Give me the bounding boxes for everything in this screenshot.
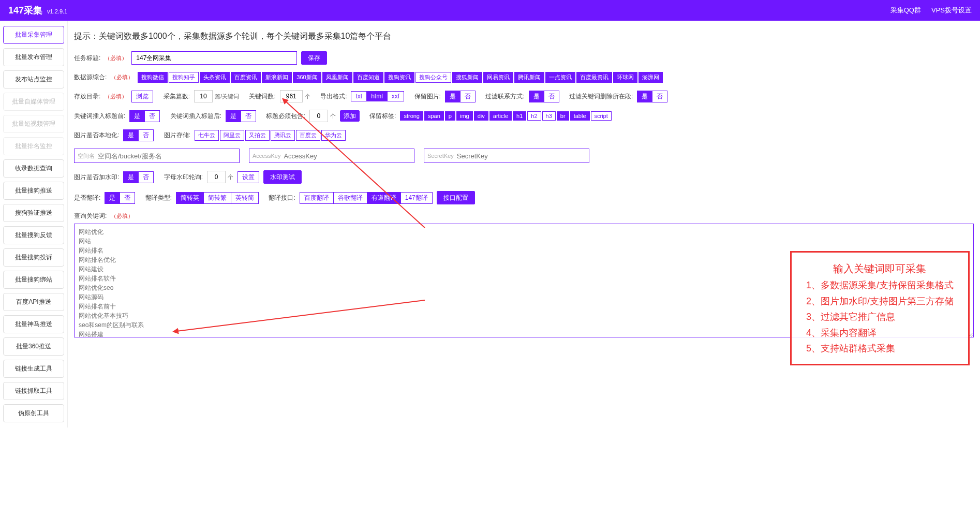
translate-no[interactable]: 否: [120, 192, 135, 204]
watermark-no[interactable]: 否: [139, 171, 154, 183]
keep-tag[interactable]: h1: [513, 111, 526, 121]
keep-tag[interactable]: h2: [527, 111, 541, 121]
required-mark: （必填）: [111, 73, 133, 81]
keep-img-yes[interactable]: 是: [445, 91, 461, 102]
filter-kw-para-yes[interactable]: 是: [637, 91, 652, 102]
trans-type-choice[interactable]: 英转简: [231, 192, 259, 204]
filter-kw-para-no[interactable]: 否: [652, 91, 667, 102]
img-store-tag[interactable]: 腾讯云: [271, 130, 295, 141]
sidebar-item[interactable]: 批量搜狗绑站: [3, 271, 64, 289]
source-tag[interactable]: 腾讯新闻: [514, 72, 544, 83]
source-tag[interactable]: 搜狗公众号: [415, 72, 451, 83]
img-local-no[interactable]: 否: [139, 129, 154, 141]
keep-tag[interactable]: article: [489, 111, 512, 121]
keep-tag[interactable]: p: [445, 111, 455, 121]
sidebar-item[interactable]: 伪原创工具: [3, 404, 64, 422]
kw-after-no[interactable]: 否: [241, 110, 256, 122]
sidebar-item[interactable]: 收录数据查询: [3, 159, 64, 178]
kw-after-yes[interactable]: 是: [226, 110, 241, 122]
source-tag[interactable]: 网易资讯: [483, 72, 513, 83]
img-store-tag[interactable]: 又拍云: [245, 130, 270, 141]
keep-tag[interactable]: h3: [542, 111, 556, 121]
sidebar-item[interactable]: 批量采集管理: [3, 26, 64, 44]
brand-name: 147采集: [8, 5, 42, 16]
source-tag[interactable]: 头条资讯: [200, 72, 230, 83]
translate-yes[interactable]: 是: [105, 192, 120, 204]
accesskey-input[interactable]: [284, 149, 411, 163]
title-must-input[interactable]: [309, 110, 328, 122]
space-input[interactable]: [98, 149, 236, 163]
source-tag[interactable]: 360新闻: [293, 72, 321, 83]
keep-tag[interactable]: span: [424, 111, 444, 121]
topbar-link[interactable]: 采集QQ群: [890, 6, 921, 15]
keep-tag[interactable]: div: [474, 111, 488, 121]
export-fmt-choice[interactable]: html: [367, 91, 388, 101]
kw-before-no[interactable]: 否: [145, 110, 160, 122]
sidebar-item[interactable]: 链接抓取工具: [3, 382, 64, 400]
source-tag[interactable]: 一点资讯: [545, 72, 575, 83]
img-local-yes[interactable]: 是: [123, 129, 139, 141]
keep-tag[interactable]: img: [456, 111, 473, 121]
keep-tag[interactable]: table: [570, 111, 590, 121]
trans-api-choice[interactable]: 百度翻译: [300, 192, 334, 204]
alpha-set-button[interactable]: 设置: [237, 171, 259, 183]
img-store-tag[interactable]: 七牛云: [195, 130, 219, 141]
browse-button[interactable]: 浏览: [131, 91, 153, 102]
sidebar-item[interactable]: 批量神马推送: [3, 315, 64, 333]
sidebar-item[interactable]: 批量搜狗推送: [3, 182, 64, 200]
filter-contact-yes[interactable]: 是: [529, 91, 544, 102]
keep-tag[interactable]: script: [591, 111, 612, 121]
sidebar: 批量采集管理批量发布管理发布站点监控批量自媒体管理批量短视频管理批量排名监控收录…: [0, 21, 67, 427]
source-tag[interactable]: 凤凰新闻: [322, 72, 352, 83]
source-tag[interactable]: 环球网: [613, 72, 637, 83]
source-tag[interactable]: 搜狗资讯: [384, 72, 414, 83]
trans-api-choice[interactable]: 147翻译: [401, 192, 433, 204]
keep-tag[interactable]: br: [557, 111, 569, 121]
topbar-link[interactable]: VPS拨号设置: [931, 6, 972, 15]
trans-type-choice[interactable]: 简转英: [176, 192, 204, 204]
alpha-round-input[interactable]: [207, 171, 226, 183]
source-tag[interactable]: 搜狗微信: [138, 72, 168, 83]
save-button[interactable]: 保存: [301, 51, 327, 65]
sidebar-item[interactable]: 发布站点监控: [3, 70, 64, 89]
keep-tag[interactable]: strong: [400, 111, 423, 121]
img-store-tag[interactable]: 华为云: [321, 130, 346, 141]
filter-contact-no[interactable]: 否: [544, 91, 559, 102]
export-fmt-choice[interactable]: xxf: [388, 91, 404, 101]
img-store-group: 七牛云阿里云又拍云腾讯云百度云华为云: [195, 130, 346, 141]
task-title-input[interactable]: [131, 51, 297, 65]
sidebar-item[interactable]: 批量搜狗反馈: [3, 226, 64, 244]
source-tag[interactable]: 新浪新闻: [262, 72, 292, 83]
trans-api-choice[interactable]: 有道翻译: [367, 192, 401, 204]
sidebar-item[interactable]: 批量发布管理: [3, 48, 64, 66]
secretkey-input[interactable]: [457, 149, 586, 163]
api-config-button[interactable]: 接口配置: [437, 191, 475, 204]
kw-count-input[interactable]: [280, 90, 303, 102]
source-tag[interactable]: 搜狐新闻: [452, 72, 482, 83]
img-store-tag[interactable]: 百度云: [296, 130, 320, 141]
source-tag[interactable]: 百度知道: [353, 72, 383, 83]
kw-before-yes[interactable]: 是: [129, 110, 145, 122]
annotation-line: 1、多数据源采集/支持保留采集格式: [806, 277, 954, 293]
sidebar-item[interactable]: 批量搜狗投诉: [3, 248, 64, 267]
watermark-yes[interactable]: 是: [123, 171, 139, 183]
sidebar-item[interactable]: 链接生成工具: [3, 360, 64, 378]
watermark-test-button[interactable]: 水印测试: [263, 170, 302, 184]
required-mark: （必填）: [105, 54, 127, 62]
sidebar-item[interactable]: 百度API推送: [3, 293, 64, 311]
keep-img-no[interactable]: 否: [461, 91, 476, 102]
source-tag[interactable]: 澎湃网: [639, 72, 663, 83]
export-fmt-choice[interactable]: txt: [351, 91, 367, 101]
trans-api-choice[interactable]: 谷歌翻译: [334, 192, 367, 204]
source-tag[interactable]: 百度最资讯: [576, 72, 612, 83]
hint-text: 提示：关键词数最多1000个，采集数据源多个轮训，每个关键词最多采集10篇每个平…: [74, 31, 974, 42]
per-limit-input[interactable]: [194, 90, 213, 102]
img-store-tag[interactable]: 阿里云: [220, 130, 244, 141]
source-tag[interactable]: 搜狗知乎: [169, 72, 199, 83]
source-tag[interactable]: 百度资讯: [231, 72, 261, 83]
trans-type-choice[interactable]: 简转繁: [204, 192, 231, 204]
sidebar-item[interactable]: 搜狗验证推送: [3, 204, 64, 222]
annotation-title: 输入关键词即可采集: [806, 260, 954, 277]
title-must-add-button[interactable]: 添加: [340, 110, 360, 122]
sidebar-item[interactable]: 批量360推送: [3, 337, 64, 356]
